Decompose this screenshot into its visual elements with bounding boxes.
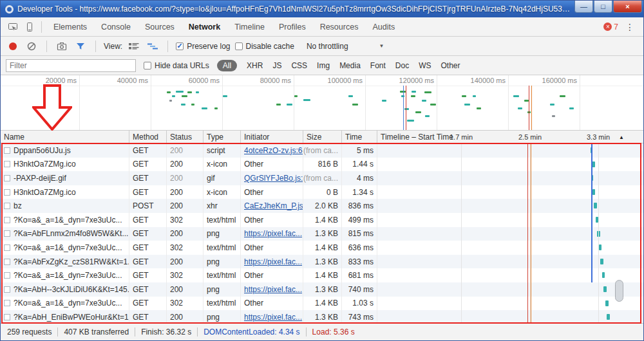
- disable-cache-label: Disable cache: [246, 42, 294, 51]
- devtools-tabs: ElementsConsoleSourcesNetworkTimelinePro…: [46, 17, 402, 36]
- cell-name: ?Ko=a&_a=1&_dyn=7xe3uUc...: [1, 241, 129, 255]
- screenshot-camera-icon[interactable]: [55, 39, 69, 53]
- filter-pill-media[interactable]: Media: [339, 61, 361, 70]
- clear-button[interactable]: [24, 39, 39, 53]
- filter-pill-xhr[interactable]: XHR: [247, 61, 263, 70]
- request-row[interactable]: ?Ka=AbFLnmx2m4fo8W5W&Kt... GET 200 png h…: [1, 227, 643, 241]
- hide-data-urls-checkbox[interactable]: Hide data URLs: [144, 61, 209, 70]
- cell-initiator[interactable]: https://pixel.fac...: [241, 282, 303, 297]
- tab-console[interactable]: Console: [94, 17, 138, 36]
- device-mode-icon[interactable]: [21, 19, 38, 35]
- cell-initiator[interactable]: https://pixel.fac...: [241, 310, 303, 323]
- disable-cache-checkbox[interactable]: Disable cache: [235, 42, 294, 51]
- tab-sources[interactable]: Sources: [138, 17, 182, 36]
- error-count[interactable]: 7: [614, 23, 618, 32]
- overflow-menu-icon[interactable]: ⋮: [623, 22, 637, 32]
- network-overview[interactable]: 20000 ms40000 ms60000 ms80000 ms100000 m…: [1, 75, 643, 131]
- filter-pill-doc[interactable]: Doc: [395, 61, 409, 70]
- request-rows: Dppan5o6UJu.js GET 200 script 4otceRzO-z…: [1, 143, 643, 323]
- column-header-initiator[interactable]: Initiator: [241, 131, 303, 143]
- cell-initiator[interactable]: QGrSlYFJeBo.js:89: [241, 171, 303, 185]
- cell-waterfall: [377, 199, 643, 213]
- cell-name: ?Ko=a&_a=1&_dyn=7xe3uUc...: [1, 297, 129, 311]
- tab-elements[interactable]: Elements: [46, 17, 94, 36]
- cell-time: 815 ms: [342, 227, 377, 241]
- record-button[interactable]: [6, 39, 20, 53]
- tab-profiles[interactable]: Profiles: [272, 17, 313, 36]
- minimize-button[interactable]: —: [574, 1, 593, 13]
- request-row[interactable]: ?Ko=a&_a=1&_dyn=7xe3uUc... GET 302 text/…: [1, 241, 643, 255]
- scrollbar-thumb[interactable]: [615, 280, 623, 302]
- tab-timeline[interactable]: Timeline: [227, 17, 272, 36]
- request-row[interactable]: ?Ka=AbH_EniBwPWEoHur&Kt=1... GET 200 png…: [1, 310, 643, 323]
- filter-pill-all[interactable]: All: [217, 60, 237, 71]
- filter-pill-font[interactable]: Font: [370, 61, 386, 70]
- tab-audits[interactable]: Audits: [365, 17, 402, 36]
- window-titlebar: Developer Tools - https://www.facebook.c…: [1, 1, 643, 17]
- request-row[interactable]: ?Ka=AbH--3cKJLiDiU6K&Kt=145... GET 200 p…: [1, 282, 643, 297]
- request-row[interactable]: -PAXP-deijE.gif GET 200 gif QGrSlYFJeBo.…: [1, 171, 643, 185]
- filter-pill-img[interactable]: Img: [317, 61, 330, 70]
- request-row[interactable]: H3nktOa7ZMg.ico GET 200 x-icon Other 816…: [1, 158, 643, 172]
- filter-input[interactable]: [6, 59, 136, 72]
- vertical-scrollbar[interactable]: [614, 143, 625, 323]
- cell-name: ?Ka=AbH_EniBwPWEoHur&Kt=1...: [1, 310, 129, 323]
- column-header-status[interactable]: Status: [167, 131, 204, 143]
- cell-waterfall: [377, 310, 643, 323]
- tab-resources[interactable]: Resources: [313, 17, 366, 36]
- tab-network[interactable]: Network: [182, 17, 227, 36]
- request-row[interactable]: ?Ko=a&_a=1&_dyn=7xe3uUc... GET 302 text/…: [1, 213, 643, 227]
- request-row[interactable]: ?Ko=a&_a=1&_dyn=7xe3uUc... GET 302 text/…: [1, 268, 643, 282]
- cell-initiator[interactable]: https://pixel.fac...: [241, 227, 303, 241]
- cell-initiator[interactable]: https://pixel.fac...: [241, 255, 303, 269]
- cell-type: gif: [204, 171, 241, 185]
- throttling-select[interactable]: No throttling ▼: [303, 41, 388, 52]
- requests-table-body: Dppan5o6UJu.js GET 200 script 4otceRzO-z…: [1, 143, 643, 323]
- cell-size: 1.4 KB: [303, 297, 342, 311]
- column-header-timeline[interactable]: Timeline – Start Time ▲ 1.7 min2.5 min3.…: [377, 131, 643, 143]
- request-row[interactable]: H3nktOa7ZMg.ico GET 200 x-icon Other 0 B…: [1, 185, 643, 199]
- overview-activity-bar: [412, 91, 416, 93]
- separator: [41, 21, 42, 33]
- overview-activity-bar: [560, 95, 565, 97]
- sort-arrow-icon[interactable]: ▲: [619, 131, 624, 143]
- cell-type: text/html: [204, 268, 241, 282]
- error-icon[interactable]: ×: [603, 23, 612, 31]
- cell-name: ?Ka=AbFLnmx2m4fo8W5W&Kt...: [1, 227, 129, 241]
- cell-size: (from ca...: [303, 171, 342, 185]
- overview-activity-bar: [196, 91, 199, 93]
- cell-name: ?Ko=a&_a=1&_dyn=7xe3uUc...: [1, 213, 129, 227]
- timeline-view-icon[interactable]: [146, 39, 160, 53]
- preserve-log-checkbox[interactable]: ✓ Preserve log: [176, 42, 230, 51]
- cell-initiator[interactable]: 4otceRzO-zv.js:64: [241, 143, 303, 158]
- tabbar-right: × 7 ⋮: [603, 22, 639, 32]
- request-row[interactable]: ?Ka=AbFxZgKz_czS81RW&Kt=1... GET 200 png…: [1, 255, 643, 269]
- cell-waterfall: [377, 171, 643, 185]
- filter-pill-css[interactable]: CSS: [291, 61, 307, 70]
- column-header-type[interactable]: Type: [204, 131, 241, 143]
- cell-size: 1.4 KB: [303, 241, 342, 255]
- column-header-method[interactable]: Method: [129, 131, 167, 143]
- column-header-time[interactable]: Time: [342, 131, 377, 143]
- cell-initiator[interactable]: CaEzJheKm_P.js:...: [241, 199, 303, 213]
- filter-pill-ws[interactable]: WS: [419, 61, 431, 70]
- column-header-name[interactable]: Name: [1, 131, 129, 143]
- cell-size: 816 B: [303, 158, 342, 172]
- filter-funnel-icon[interactable]: [73, 39, 88, 53]
- request-row[interactable]: ?Ko=a&_a=1&_dyn=7xe3uUc... GET 302 text/…: [1, 297, 643, 311]
- column-header-size[interactable]: Size: [303, 131, 342, 143]
- request-row[interactable]: Dppan5o6UJu.js GET 200 script 4otceRzO-z…: [1, 143, 643, 158]
- inspect-element-icon[interactable]: [5, 19, 21, 35]
- filter-pill-js[interactable]: JS: [272, 61, 281, 70]
- filter-pill-other[interactable]: Other: [441, 61, 460, 70]
- cell-method: GET: [129, 241, 167, 255]
- large-rows-view-icon[interactable]: [127, 39, 141, 53]
- cell-time: 833 ms: [342, 255, 377, 269]
- cell-waterfall: [377, 241, 643, 255]
- close-button[interactable]: ×: [613, 1, 642, 13]
- maximize-button[interactable]: □: [594, 1, 612, 13]
- waterfall-bar: [600, 259, 603, 264]
- overview-activity-bar: [382, 100, 386, 102]
- request-row[interactable]: bz POST 200 xhr CaEzJheKm_P.js:... 2.0 K…: [1, 199, 643, 213]
- cell-size: 1.4 KB: [303, 268, 342, 282]
